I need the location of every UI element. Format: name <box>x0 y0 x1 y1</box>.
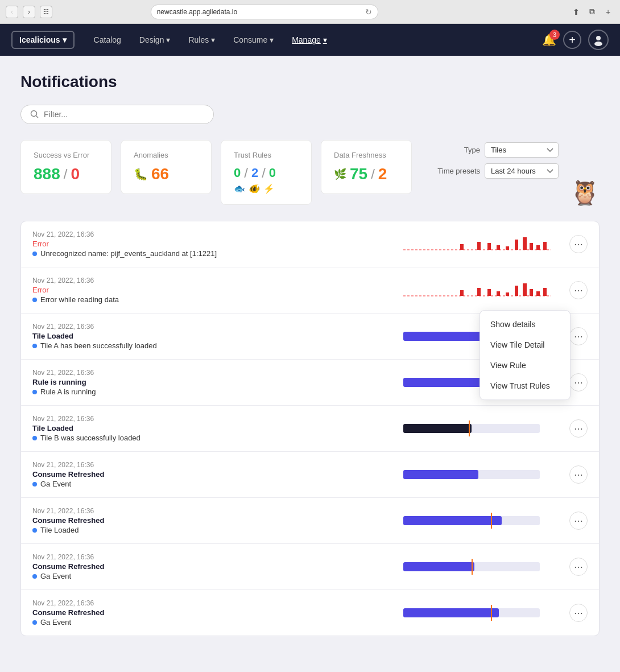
anomaly-icon: 🐛 <box>134 167 148 181</box>
sidebar-toggle[interactable]: ☷ <box>40 6 52 18</box>
context-menu-view-rule[interactable]: View Rule <box>480 355 570 376</box>
notif-time-3: Nov 21, 2022, 16:36 <box>32 369 396 377</box>
more-button-4[interactable]: ⋯ <box>569 419 588 438</box>
time-select[interactable]: Last 24 hours Last 7 days Last 30 days <box>485 163 559 179</box>
context-menu-view-trust-rules[interactable]: View Trust Rules <box>480 376 570 396</box>
svg-rect-20 <box>506 292 509 296</box>
notif-chart-8 <box>403 600 563 625</box>
notif-message-0: Unrecognized name: pijf_events_auckland … <box>32 249 396 258</box>
notif-type-8: Consume Refreshed <box>32 608 396 617</box>
notif-row-8: Nov 21, 2022, 16:36 Consume Refreshed Ga… <box>21 590 599 636</box>
trust-icons: 🐟 🐠 ⚡ <box>234 183 299 194</box>
notif-dot-0 <box>32 252 37 256</box>
owl-mascot: 🦉 <box>570 181 600 205</box>
mascot-area: 🦉 <box>570 181 600 205</box>
progress-fill-7 <box>403 562 474 571</box>
freshness-icon: 🌿 <box>334 168 346 180</box>
share-button[interactable]: ⬆ <box>570 6 582 18</box>
notif-row-5: Nov 21, 2022, 16:36 Consume Refreshed Ga… <box>21 452 599 498</box>
type-select[interactable]: Tiles Rules Events <box>485 142 559 158</box>
nav-consume[interactable]: Consume ▾ <box>225 31 282 49</box>
notif-dot-8 <box>32 620 37 625</box>
context-menu-view-tile-detail[interactable]: View Tile Detail <box>480 335 570 355</box>
time-label: Time presets <box>435 167 480 175</box>
nav-design[interactable]: Design ▾ <box>131 31 179 49</box>
notif-dot-3 <box>32 390 37 394</box>
filter-input[interactable] <box>44 110 204 119</box>
progress-fill-8 <box>403 608 499 617</box>
url-text: newcastle.app.agiledata.io <box>157 8 237 16</box>
svg-rect-16 <box>460 290 464 296</box>
notif-content-7: Nov 21, 2022, 16:36 Consume Refreshed Ga… <box>32 553 396 580</box>
nav-catalog[interactable]: Catalog <box>86 31 129 49</box>
card-label-2: Anomalies <box>134 151 199 159</box>
notif-time-7: Nov 21, 2022, 16:36 <box>32 553 396 561</box>
notif-row-2: Nov 21, 2022, 16:36 Tile Loaded Tile A h… <box>21 314 599 360</box>
url-bar[interactable]: newcastle.app.agiledata.io ↻ <box>151 5 378 19</box>
more-button-0[interactable]: ⋯ <box>569 235 588 253</box>
notif-content-1: Nov 21, 2022, 16:36 Error Error while re… <box>32 277 396 304</box>
add-button[interactable]: + <box>563 31 581 49</box>
nav-manage[interactable]: Manage ▾ <box>284 31 335 49</box>
notif-chart-7 <box>403 554 563 579</box>
notif-message-5: Ga Event <box>32 480 396 488</box>
notif-dot-2 <box>32 344 37 348</box>
notif-dot-6 <box>32 528 37 533</box>
notification-badge: 3 <box>549 30 560 40</box>
notif-dot-7 <box>32 574 37 579</box>
forward-button[interactable]: › <box>23 6 35 18</box>
notification-bell[interactable]: 🔔 3 <box>542 33 556 47</box>
more-button-2[interactable]: ⋯ <box>569 327 588 345</box>
svg-rect-18 <box>487 289 491 296</box>
browser-actions: ⬆ ⧉ + <box>570 6 614 18</box>
notif-type-7: Consume Refreshed <box>32 562 396 571</box>
notif-type-5: Consume Refreshed <box>32 470 396 479</box>
context-menu-show-details[interactable]: Show details <box>480 314 570 335</box>
notif-chart-1 <box>403 278 563 303</box>
progress-bar-5 <box>403 470 540 479</box>
user-avatar[interactable] <box>588 30 609 50</box>
svg-rect-24 <box>536 291 540 296</box>
progress-bar-7 <box>403 562 540 571</box>
logo-button[interactable]: Icealicious ▾ <box>11 31 75 49</box>
notif-content-8: Nov 21, 2022, 16:36 Consume Refreshed Ga… <box>32 599 396 626</box>
notif-type-0: Error <box>32 240 396 248</box>
more-button-1[interactable]: ⋯ <box>569 281 588 299</box>
reload-icon[interactable]: ↻ <box>365 7 372 17</box>
card-label-3: Trust Rules <box>234 151 299 159</box>
more-button-5[interactable]: ⋯ <box>569 465 588 484</box>
notif-row-6: Nov 21, 2022, 16:36 Consume Refreshed Ti… <box>21 498 599 544</box>
svg-rect-6 <box>477 242 481 250</box>
back-button[interactable]: ‹ <box>6 6 18 18</box>
svg-rect-9 <box>506 246 509 250</box>
new-tab-button[interactable]: ⧉ <box>586 6 598 18</box>
notif-chart-5 <box>403 462 563 487</box>
svg-point-2 <box>31 111 37 117</box>
svg-rect-22 <box>523 283 527 296</box>
anomalies-card: Anomalies 🐛 66 <box>121 140 212 194</box>
more-button-6[interactable]: ⋯ <box>569 512 588 530</box>
notif-message-7: Ga Event <box>32 572 396 580</box>
svg-rect-11 <box>523 237 527 250</box>
svg-rect-21 <box>515 286 518 296</box>
svg-rect-17 <box>477 288 481 296</box>
svg-rect-10 <box>515 240 518 250</box>
svg-rect-25 <box>543 288 547 296</box>
nav-rules[interactable]: Rules ▾ <box>180 31 223 49</box>
svg-rect-13 <box>536 245 540 250</box>
browser-chrome: ‹ › ☷ newcastle.app.agiledata.io ↻ ⬆ ⧉ + <box>0 0 620 24</box>
more-button-7[interactable]: ⋯ <box>569 558 588 576</box>
more-button-3[interactable]: ⋯ <box>569 373 588 391</box>
add-tab-button[interactable]: + <box>602 6 614 18</box>
card-label-1: Success vs Error <box>34 151 98 159</box>
more-button-8[interactable]: ⋯ <box>569 604 588 622</box>
svg-rect-23 <box>530 289 533 296</box>
notif-dot-1 <box>32 298 37 302</box>
progress-marker-8 <box>491 605 492 621</box>
notif-chart-6 <box>403 508 563 533</box>
svg-rect-7 <box>487 243 491 250</box>
svg-point-1 <box>594 42 602 46</box>
notif-type-6: Consume Refreshed <box>32 516 396 525</box>
svg-rect-8 <box>497 245 500 250</box>
search-icon <box>30 110 39 119</box>
